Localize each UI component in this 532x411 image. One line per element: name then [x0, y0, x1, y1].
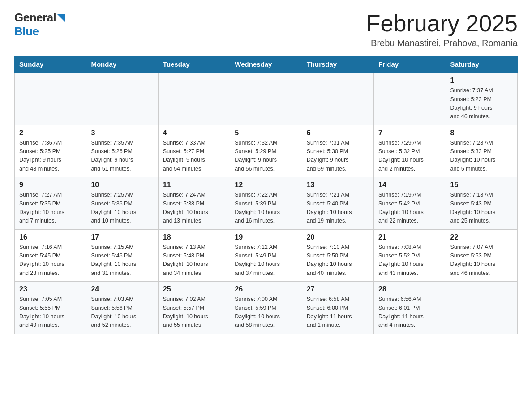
calendar-cell: 25Sunrise: 7:02 AM Sunset: 5:57 PM Dayli…: [158, 282, 230, 334]
day-number: 27: [307, 285, 369, 293]
day-info: Sunrise: 7:35 AM Sunset: 5:26 PM Dayligh…: [91, 139, 153, 174]
day-number: 15: [450, 181, 513, 189]
day-of-week-thursday: Thursday: [302, 56, 373, 73]
day-info: Sunrise: 7:36 AM Sunset: 5:25 PM Dayligh…: [19, 139, 82, 174]
calendar-cell: 20Sunrise: 7:10 AM Sunset: 5:50 PM Dayli…: [302, 229, 373, 282]
day-number: 7: [378, 129, 441, 137]
calendar-cell: [86, 73, 158, 125]
calendar-week-3: 9Sunrise: 7:27 AM Sunset: 5:35 PM Daylig…: [15, 177, 518, 230]
calendar-week-1: 1Sunrise: 7:37 AM Sunset: 5:23 PM Daylig…: [15, 73, 518, 125]
calendar-cell: 8Sunrise: 7:28 AM Sunset: 5:33 PM Daylig…: [446, 125, 517, 177]
day-number: 20: [307, 233, 369, 241]
calendar-cell: 26Sunrise: 7:00 AM Sunset: 5:59 PM Dayli…: [230, 282, 302, 334]
calendar-cell: [158, 73, 230, 125]
title-section: February 2025 Brebu Manastirei, Prahova,…: [366, 11, 518, 48]
day-info: Sunrise: 7:28 AM Sunset: 5:33 PM Dayligh…: [450, 139, 513, 174]
calendar-cell: 17Sunrise: 7:15 AM Sunset: 5:46 PM Dayli…: [86, 229, 158, 282]
day-number: 5: [235, 129, 297, 137]
day-number: 8: [450, 129, 513, 137]
day-info: Sunrise: 7:37 AM Sunset: 5:23 PM Dayligh…: [450, 86, 513, 121]
logo-general-text: General: [14, 11, 56, 25]
calendar-cell: [374, 73, 446, 125]
day-of-week-sunday: Sunday: [15, 56, 86, 73]
day-info: Sunrise: 6:58 AM Sunset: 6:00 PM Dayligh…: [307, 295, 369, 330]
svg-marker-0: [57, 14, 65, 22]
day-of-week-tuesday: Tuesday: [158, 56, 230, 73]
calendar-body: 1Sunrise: 7:37 AM Sunset: 5:23 PM Daylig…: [15, 73, 518, 334]
calendar-week-4: 16Sunrise: 7:16 AM Sunset: 5:45 PM Dayli…: [15, 229, 518, 282]
calendar-cell: 13Sunrise: 7:21 AM Sunset: 5:40 PM Dayli…: [302, 177, 373, 230]
day-info: Sunrise: 7:24 AM Sunset: 5:38 PM Dayligh…: [163, 191, 225, 226]
day-of-week-monday: Monday: [86, 56, 158, 73]
calendar-cell: 16Sunrise: 7:16 AM Sunset: 5:45 PM Dayli…: [15, 229, 86, 282]
day-number: 2: [19, 129, 82, 137]
calendar-cell: 10Sunrise: 7:25 AM Sunset: 5:36 PM Dayli…: [86, 177, 158, 230]
day-info: Sunrise: 7:22 AM Sunset: 5:39 PM Dayligh…: [235, 191, 297, 226]
calendar-cell: 22Sunrise: 7:07 AM Sunset: 5:53 PM Dayli…: [446, 229, 517, 282]
day-number: 22: [450, 233, 513, 241]
calendar-cell: [446, 282, 517, 334]
day-number: 4: [163, 129, 225, 137]
calendar-cell: 28Sunrise: 6:56 AM Sunset: 6:01 PM Dayli…: [374, 282, 446, 334]
day-info: Sunrise: 7:33 AM Sunset: 5:27 PM Dayligh…: [163, 139, 225, 174]
day-number: 12: [235, 181, 297, 189]
calendar-cell: 7Sunrise: 7:29 AM Sunset: 5:32 PM Daylig…: [374, 125, 446, 177]
calendar-week-2: 2Sunrise: 7:36 AM Sunset: 5:25 PM Daylig…: [15, 125, 518, 177]
calendar-cell: 5Sunrise: 7:32 AM Sunset: 5:29 PM Daylig…: [230, 125, 302, 177]
day-info: Sunrise: 6:56 AM Sunset: 6:01 PM Dayligh…: [378, 295, 441, 330]
day-number: 19: [235, 233, 297, 241]
day-number: 11: [163, 181, 225, 189]
day-number: 23: [19, 285, 82, 293]
day-number: 16: [19, 233, 82, 241]
calendar-cell: 18Sunrise: 7:13 AM Sunset: 5:48 PM Dayli…: [158, 229, 230, 282]
day-info: Sunrise: 7:07 AM Sunset: 5:53 PM Dayligh…: [450, 243, 513, 278]
day-info: Sunrise: 7:05 AM Sunset: 5:55 PM Dayligh…: [19, 295, 82, 330]
calendar-week-5: 23Sunrise: 7:05 AM Sunset: 5:55 PM Dayli…: [15, 282, 518, 334]
calendar-cell: 23Sunrise: 7:05 AM Sunset: 5:55 PM Dayli…: [15, 282, 86, 334]
day-number: 10: [91, 181, 153, 189]
page-header: General Blue February 2025 Brebu Manasti…: [14, 11, 518, 48]
day-info: Sunrise: 7:21 AM Sunset: 5:40 PM Dayligh…: [307, 191, 369, 226]
day-info: Sunrise: 7:18 AM Sunset: 5:43 PM Dayligh…: [450, 191, 513, 226]
day-number: 21: [378, 233, 441, 241]
day-number: 25: [163, 285, 225, 293]
calendar-cell: 19Sunrise: 7:12 AM Sunset: 5:49 PM Dayli…: [230, 229, 302, 282]
calendar-cell: 27Sunrise: 6:58 AM Sunset: 6:00 PM Dayli…: [302, 282, 373, 334]
calendar-cell: 11Sunrise: 7:24 AM Sunset: 5:38 PM Dayli…: [158, 177, 230, 230]
day-number: 24: [91, 285, 153, 293]
day-of-week-saturday: Saturday: [446, 56, 517, 73]
calendar-cell: [302, 73, 373, 125]
day-info: Sunrise: 7:12 AM Sunset: 5:49 PM Dayligh…: [235, 243, 297, 278]
day-info: Sunrise: 7:03 AM Sunset: 5:56 PM Dayligh…: [91, 295, 153, 330]
calendar-cell: 24Sunrise: 7:03 AM Sunset: 5:56 PM Dayli…: [86, 282, 158, 334]
day-info: Sunrise: 7:25 AM Sunset: 5:36 PM Dayligh…: [91, 191, 153, 226]
calendar-cell: 14Sunrise: 7:19 AM Sunset: 5:42 PM Dayli…: [374, 177, 446, 230]
day-number: 26: [235, 285, 297, 293]
calendar-cell: 21Sunrise: 7:08 AM Sunset: 5:52 PM Dayli…: [374, 229, 446, 282]
day-number: 9: [19, 181, 82, 189]
calendar-cell: 15Sunrise: 7:18 AM Sunset: 5:43 PM Dayli…: [446, 177, 517, 230]
day-info: Sunrise: 7:19 AM Sunset: 5:42 PM Dayligh…: [378, 191, 441, 226]
day-number: 18: [163, 233, 225, 241]
calendar-cell: 1Sunrise: 7:37 AM Sunset: 5:23 PM Daylig…: [446, 73, 517, 125]
day-of-week-wednesday: Wednesday: [230, 56, 302, 73]
calendar-cell: 3Sunrise: 7:35 AM Sunset: 5:26 PM Daylig…: [86, 125, 158, 177]
calendar-cell: 9Sunrise: 7:27 AM Sunset: 5:35 PM Daylig…: [15, 177, 86, 230]
day-info: Sunrise: 7:31 AM Sunset: 5:30 PM Dayligh…: [307, 139, 369, 174]
calendar-cell: 4Sunrise: 7:33 AM Sunset: 5:27 PM Daylig…: [158, 125, 230, 177]
calendar-header: SundayMondayTuesdayWednesdayThursdayFrid…: [15, 56, 518, 73]
day-of-week-friday: Friday: [374, 56, 446, 73]
day-info: Sunrise: 7:16 AM Sunset: 5:45 PM Dayligh…: [19, 243, 82, 278]
day-number: 3: [91, 129, 153, 137]
calendar-cell: [230, 73, 302, 125]
logo-arrow-icon: [57, 14, 65, 24]
day-number: 28: [378, 285, 441, 293]
day-number: 17: [91, 233, 153, 241]
month-title: February 2025: [366, 11, 518, 36]
calendar-cell: 12Sunrise: 7:22 AM Sunset: 5:39 PM Dayli…: [230, 177, 302, 230]
calendar-cell: 2Sunrise: 7:36 AM Sunset: 5:25 PM Daylig…: [15, 125, 86, 177]
days-of-week-row: SundayMondayTuesdayWednesdayThursdayFrid…: [15, 56, 518, 73]
day-info: Sunrise: 7:10 AM Sunset: 5:50 PM Dayligh…: [307, 243, 369, 278]
day-number: 6: [307, 129, 369, 137]
day-number: 14: [378, 181, 441, 189]
